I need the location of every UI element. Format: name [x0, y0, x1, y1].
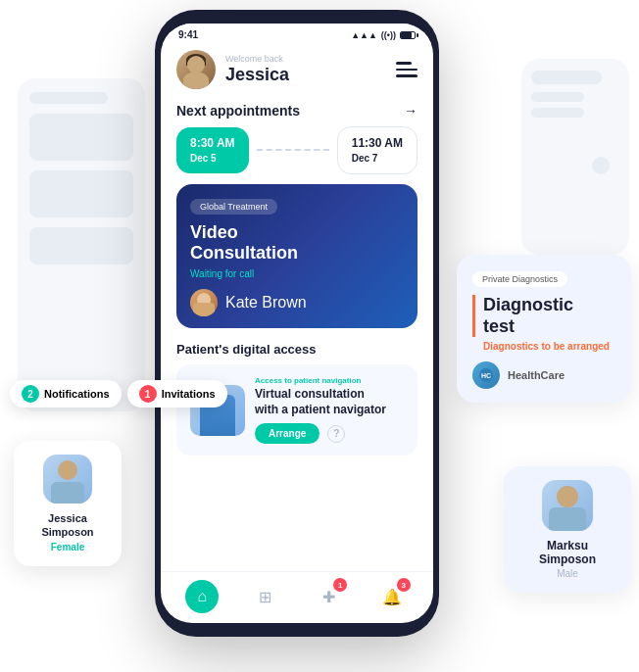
phone-frame: 9:41 ▲▲▲ ((•)) Welcome back Jessica: [155, 10, 439, 637]
appointments-section-header: Next appointments →: [161, 99, 433, 126]
welcome-label: Welcome back: [225, 54, 289, 65]
doctor-name: Kate Brown: [225, 294, 307, 312]
status-icons: ▲▲▲ ((•)): [351, 30, 416, 40]
patient-gender: Female: [29, 542, 106, 552]
bottom-nav: ⌂ ⊞ ✚ 1 🔔 3: [161, 571, 433, 623]
invitations-count: 1: [139, 385, 157, 403]
notification-badges-row: 2 Notifications 1 Invitations: [10, 380, 227, 408]
digital-card-content: Access to patient navigation Virtual con…: [255, 376, 386, 444]
diagnostic-status: Diagnostics to be arranged: [472, 341, 615, 352]
digital-section-title: Patient's digital access: [176, 342, 418, 357]
svg-text:HC: HC: [481, 372, 491, 379]
bg-right-box-1: [531, 71, 602, 84]
nav-bell[interactable]: 🔔 3: [375, 580, 409, 613]
menu-line-2: [396, 69, 418, 72]
marksu-card[interactable]: MarksuSimposon Male: [504, 466, 631, 593]
diagnostic-provider: HC HealthCare: [472, 361, 615, 389]
user-avatar: [176, 50, 216, 89]
bg-right-dot: [592, 157, 610, 174]
diagnostic-title: Diagnostictest: [472, 295, 615, 337]
header: Welcome back Jessica: [161, 44, 433, 99]
diagnostic-card[interactable]: Private Diagnostics Diagnostictest Diagn…: [457, 255, 631, 403]
digital-card-title: Virtual consultationwith a patient navig…: [255, 387, 386, 417]
menu-button[interactable]: [396, 62, 418, 77]
appointment-slot-2[interactable]: 11:30 AM Dec 7: [337, 126, 418, 174]
provider-logo: HC: [472, 361, 500, 389]
appointment-tag: Global Treatment: [190, 199, 277, 215]
appointments-title: Next appointments: [176, 103, 300, 119]
user-name: Jessica: [225, 65, 289, 86]
bg-right-box-2: [531, 92, 584, 102]
marksu-gender: Male: [519, 568, 615, 579]
phone-screen: 9:41 ▲▲▲ ((•)) Welcome back Jessica: [161, 24, 433, 623]
bg-box-2: [29, 170, 133, 217]
bg-box-1: [29, 114, 133, 161]
digital-access-card: Access to patient navigation Virtual con…: [176, 364, 418, 456]
battery-icon: [400, 31, 416, 39]
bg-box-3: [29, 227, 133, 264]
appointments-arrow[interactable]: →: [404, 103, 418, 119]
wifi-icon: ((•)): [381, 30, 396, 40]
nav-home[interactable]: ⌂: [185, 580, 219, 613]
notifications-count: 2: [22, 385, 39, 403]
diagnostic-tag: Private Diagnostics: [472, 271, 567, 287]
appointment-card[interactable]: Global Treatment VideoConsultation Waiti…: [176, 184, 418, 328]
appointment-doctor: Kate Brown: [190, 289, 404, 316]
digital-card-label: Access to patient navigation: [255, 376, 386, 385]
invitations-label: Invitations: [162, 388, 216, 400]
appointment-slot-1[interactable]: 8:30 AM Dec 5: [176, 127, 249, 173]
nav-medical[interactable]: ✚ 1: [312, 580, 345, 613]
appointments-row: 8:30 AM Dec 5 11:30 AM Dec 7: [161, 126, 433, 184]
help-icon[interactable]: ?: [327, 425, 345, 443]
calendar-icon: ⊞: [249, 580, 282, 613]
nav-calendar[interactable]: ⊞: [249, 580, 282, 613]
menu-line-1: [396, 62, 412, 65]
bg-text-bar: [29, 92, 108, 104]
bg-left-card: [18, 78, 145, 411]
bg-right-card: [521, 59, 629, 255]
medical-badge: 1: [333, 578, 347, 592]
bell-badge: 3: [397, 578, 411, 592]
signal-icon: ▲▲▲: [351, 30, 377, 40]
patient-card[interactable]: JessicaSimposon Female: [14, 441, 122, 566]
marksu-name: MarksuSimposon: [519, 539, 615, 566]
bg-right-box-3: [531, 108, 584, 118]
notifications-badge[interactable]: 2 Notifications: [10, 380, 122, 408]
invitations-badge[interactable]: 1 Invitations: [127, 380, 227, 408]
arrange-button[interactable]: Arrange: [255, 423, 320, 444]
notifications-label: Notifications: [44, 388, 110, 400]
marksu-avatar: [542, 480, 593, 531]
appt-slot2-time: 11:30 AM: [352, 135, 403, 152]
status-bar: 9:41 ▲▲▲ ((•)): [161, 24, 433, 44]
appt-slot1-date: Dec 5: [190, 152, 235, 166]
header-text: Welcome back Jessica: [225, 54, 289, 85]
patient-avatar: [43, 455, 92, 504]
user-info: Welcome back Jessica: [176, 50, 289, 89]
appt-slot2-date: Dec 7: [352, 152, 403, 166]
patient-name: JessicaSimposon: [29, 511, 106, 540]
arrange-row: Arrange ?: [255, 423, 386, 444]
appointment-status: Waiting for call: [190, 268, 404, 279]
status-time: 9:41: [178, 29, 198, 40]
home-icon: ⌂: [185, 580, 219, 613]
appointment-title: VideoConsultation: [190, 222, 404, 264]
appt-timeline: [257, 149, 329, 151]
provider-name: HealthCare: [508, 369, 565, 381]
doctor-avatar: [190, 289, 218, 316]
menu-line-3: [396, 74, 418, 77]
appt-slot1-time: 8:30 AM: [190, 135, 235, 152]
